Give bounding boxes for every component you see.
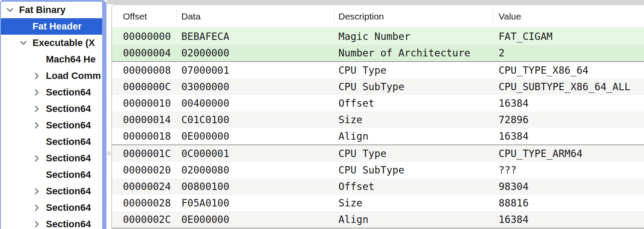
column-separator[interactable]: [334, 10, 335, 23]
table-group-arch-x86-64: 0000000807000001CPU TypeCPU_TYPE_X86_640…: [112, 62, 644, 145]
cell-offset: 0000001C: [123, 145, 171, 162]
cell-data: 02000000: [181, 45, 229, 61]
sidebar: Fat BinaryFat HeaderExecutable (XMach64 …: [0, 0, 106, 229]
sidebar-item-section64[interactable]: Section64: [1, 216, 102, 229]
cell-offset: 00000010: [123, 95, 171, 111]
cell-value: 72896: [499, 111, 528, 128]
table-row[interactable]: 00000028F05A0100Size88816: [112, 195, 644, 211]
cell-offset: 00000020: [123, 162, 171, 178]
chevron-right-icon[interactable]: [32, 203, 42, 213]
table-row[interactable]: 0000001000400000Offset16384: [112, 95, 644, 111]
cell-data: BEBAFECA: [181, 28, 229, 45]
cell-description: CPU SubType: [338, 79, 404, 95]
chevron-right-icon[interactable]: [32, 186, 42, 196]
chevron-right-icon[interactable]: [32, 154, 42, 163]
cell-description: CPU Type: [338, 145, 386, 162]
chevron-down-icon[interactable]: [5, 5, 15, 15]
column-header-description[interactable]: Description: [338, 5, 384, 28]
cell-description: CPU SubType: [338, 162, 404, 178]
table-row[interactable]: 0000000C03000000CPU SubTypeCPU_SUBTYPE_X…: [112, 79, 644, 95]
cell-offset: 0000000C: [123, 79, 171, 95]
sidebar-item-label: Section64: [46, 101, 91, 117]
sidebar-item-label: Load Comm: [46, 68, 101, 84]
chevron-right-icon[interactable]: [32, 219, 42, 229]
cell-offset: 00000018: [123, 128, 171, 144]
sidebar-item-executable[interactable]: Executable (X: [1, 35, 102, 51]
sidebar-item-load-commands[interactable]: Load Comm: [1, 68, 102, 84]
sidebar-item-label: Section64: [46, 150, 91, 167]
table-row[interactable]: 0000000807000001CPU TypeCPU_TYPE_X86_64: [112, 62, 644, 79]
table-row[interactable]: 0000002400800100Offset98304: [112, 178, 644, 195]
sidebar-item-section64[interactable]: Section64: [1, 150, 102, 167]
window-chrome-strip: [106, 0, 644, 4]
table-row[interactable]: 0000000402000000Number of Architecture2: [112, 45, 644, 61]
cell-data: F05A0100: [181, 195, 229, 211]
table-group-arch-arm64: 0000001C0C000001CPU TypeCPU_TYPE_ARM6400…: [112, 145, 644, 229]
table-row[interactable]: 000000180E000000Align16384: [112, 128, 644, 144]
table-row[interactable]: 0000002002000080CPU SubType???: [112, 162, 644, 178]
cell-description: Offset: [338, 178, 374, 195]
cell-data: 00800100: [181, 178, 229, 195]
sidebar-item-section64[interactable]: Section64: [1, 101, 102, 117]
table-header-row: Offset Data Description Value: [112, 5, 644, 28]
table-row[interactable]: 0000002C0E000000Align16384: [112, 211, 644, 228]
chevron-right-icon[interactable]: [32, 104, 42, 114]
sidebar-item-section64[interactable]: Section64: [1, 167, 102, 183]
column-header-data[interactable]: Data: [181, 5, 200, 28]
sidebar-item-section64[interactable]: Section64: [1, 134, 102, 150]
chevron-right-icon[interactable]: [32, 121, 42, 130]
sidebar-item-section64[interactable]: Section64: [1, 200, 102, 216]
cell-offset: 00000000: [123, 28, 171, 45]
cell-description: Magic Number: [338, 28, 410, 45]
sidebar-item-label: Executable (X: [32, 35, 95, 51]
cell-description: Align: [338, 211, 368, 228]
chevron-right-icon[interactable]: [32, 71, 42, 81]
cell-description: Align: [338, 128, 368, 144]
cell-data: 0C000001: [181, 145, 229, 162]
column-header-offset[interactable]: Offset: [123, 5, 147, 28]
cell-value: CPU_TYPE_ARM64: [499, 145, 583, 162]
sidebar-item-section64[interactable]: Section64: [1, 84, 102, 101]
cell-description: Size: [338, 195, 362, 211]
chevron-down-icon[interactable]: [19, 38, 28, 48]
sidebar-item-mach64-header[interactable]: Mach64 He: [1, 51, 102, 68]
table-row[interactable]: 00000014C01C0100Size72896: [112, 111, 644, 128]
sidebar-item-label: Section64: [46, 216, 91, 229]
cell-data: 07000001: [181, 62, 229, 79]
sidebar-item-label: Mach64 He: [46, 51, 96, 68]
cell-description: Size: [338, 111, 362, 128]
table-group-fat-header: 00000000BEBAFECAMagic NumberFAT_CIGAM000…: [112, 28, 644, 62]
cell-data: 0E000000: [181, 211, 229, 228]
pane-splitter-handle[interactable]: [106, 151, 111, 156]
cell-description: Number of Architecture: [338, 45, 470, 61]
column-separator[interactable]: [493, 10, 493, 23]
column-separator[interactable]: [176, 10, 177, 23]
table-row[interactable]: 0000001C0C000001CPU TypeCPU_TYPE_ARM64: [112, 145, 644, 162]
cell-description: Offset: [338, 95, 374, 111]
cell-value: 16384: [499, 211, 528, 228]
cell-offset: 0000002C: [123, 211, 171, 228]
cell-value: CPU_SUBTYPE_X86_64_ALL: [499, 79, 631, 95]
cell-value: 88816: [499, 195, 528, 211]
table-row[interactable]: 00000000BEBAFECAMagic NumberFAT_CIGAM: [112, 28, 644, 45]
sidebar-item-section64[interactable]: Section64: [1, 117, 102, 134]
cell-data: 03000000: [181, 79, 229, 95]
cell-value: ???: [499, 162, 517, 178]
column-header-value[interactable]: Value: [499, 5, 521, 28]
sidebar-item-section64[interactable]: Section64: [1, 183, 102, 200]
cell-value: 98304: [499, 178, 528, 195]
cell-data: 0E000000: [181, 128, 229, 144]
chevron-right-icon[interactable]: [32, 88, 42, 97]
cell-value: 16384: [499, 128, 528, 144]
sidebar-item-label: Section64: [46, 134, 91, 150]
sidebar-item-label: Section64: [46, 117, 91, 134]
cell-data: 02000080: [181, 162, 229, 178]
cell-offset: 00000028: [123, 195, 171, 211]
sidebar-item-fat-header[interactable]: Fat Header: [1, 18, 102, 35]
sidebar-item-label: Section64: [46, 84, 91, 101]
sidebar-item-label: Fat Binary: [19, 2, 66, 18]
sidebar-item-fat-binary[interactable]: Fat Binary: [1, 2, 102, 18]
cell-data: C01C0100: [181, 111, 229, 128]
cell-value: FAT_CIGAM: [499, 28, 553, 45]
sidebar-item-label: Section64: [46, 200, 91, 216]
